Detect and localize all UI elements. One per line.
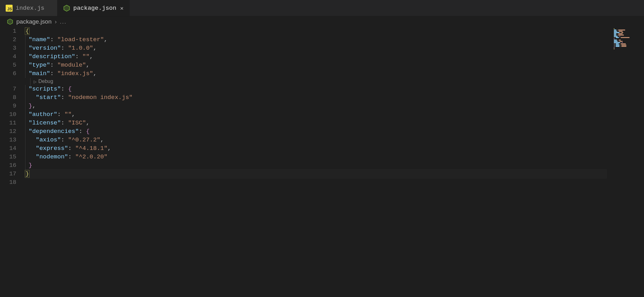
line-number: 18 xyxy=(0,178,16,187)
line-number: 12 xyxy=(0,127,16,136)
code-area[interactable]: {"name": "load-tester","version": "1.0.0… xyxy=(25,27,644,297)
line-number: 6 xyxy=(0,69,16,78)
code-line[interactable]: } xyxy=(25,170,606,178)
codelens-debug[interactable]: Debug xyxy=(38,79,53,84)
tab-bar: JS index.js ✕ package.json ✕ xyxy=(0,0,644,16)
line-number: 7 xyxy=(0,85,16,93)
code-line[interactable]: "description": "", xyxy=(25,52,606,61)
code-line[interactable]: "main": "index.js", xyxy=(25,69,606,78)
code-line[interactable]: { xyxy=(25,27,606,36)
code-line[interactable]: "license": "ISC", xyxy=(25,119,606,127)
breadcrumb-file: package.json xyxy=(16,18,52,25)
javascript-icon: JS xyxy=(6,5,13,12)
code-line[interactable]: "type": "module", xyxy=(25,61,606,69)
code-line[interactable] xyxy=(25,178,606,187)
code-line[interactable]: "dependencies": { xyxy=(25,127,606,136)
breadcrumb-more: ... xyxy=(60,18,67,25)
tab-index-js[interactable]: JS index.js ✕ xyxy=(0,0,58,16)
code-line[interactable]: "start": "nodemon index.js" xyxy=(25,93,606,102)
play-icon: ▷ xyxy=(34,80,36,84)
chevron-right-icon: › xyxy=(55,18,57,25)
codelens-row: ▷Debug xyxy=(25,78,606,85)
line-number: 4 xyxy=(0,52,16,61)
line-number: 17 xyxy=(0,170,16,178)
nodejs-icon xyxy=(7,19,13,25)
code-line[interactable]: "nodemon": "^2.0.20" xyxy=(25,153,606,161)
line-number: 8 xyxy=(0,93,16,102)
tab-label: package.json xyxy=(73,5,116,12)
code-line[interactable]: } xyxy=(25,161,606,170)
line-number: 13 xyxy=(0,136,16,144)
code-line[interactable]: "name": "load-tester", xyxy=(25,36,606,44)
tab-package-json[interactable]: package.json ✕ xyxy=(58,0,130,16)
code-line[interactable]: "author": "", xyxy=(25,110,606,119)
line-number-gutter: 123456789101112131415161718 xyxy=(0,27,25,297)
code-line[interactable]: "scripts": { xyxy=(25,85,606,93)
line-number: 9 xyxy=(0,102,16,110)
line-number: 5 xyxy=(0,61,16,69)
line-number: 11 xyxy=(0,119,16,127)
line-number: 15 xyxy=(0,153,16,161)
line-number: 16 xyxy=(0,161,16,170)
tab-label: index.js xyxy=(16,5,44,12)
code-line[interactable]: }, xyxy=(25,102,606,110)
editor-scroll[interactable]: 123456789101112131415161718 {"name": "lo… xyxy=(0,27,644,297)
line-number: 1 xyxy=(0,27,16,36)
breadcrumb[interactable]: package.json › ... xyxy=(0,16,644,27)
line-number: 2 xyxy=(0,36,16,44)
code-line[interactable]: "version": "1.0.0", xyxy=(25,44,606,52)
nodejs-icon xyxy=(63,5,70,12)
code-line[interactable]: "axios": "^0.27.2", xyxy=(25,136,606,144)
code-line[interactable]: "express": "^4.18.1", xyxy=(25,144,606,153)
line-number: 10 xyxy=(0,110,16,119)
tab-bar-space xyxy=(130,0,644,16)
line-number: 3 xyxy=(0,44,16,52)
close-icon[interactable]: ✕ xyxy=(120,5,124,12)
line-number: 14 xyxy=(0,144,16,153)
editor: 123456789101112131415161718 {"name": "lo… xyxy=(0,27,644,297)
